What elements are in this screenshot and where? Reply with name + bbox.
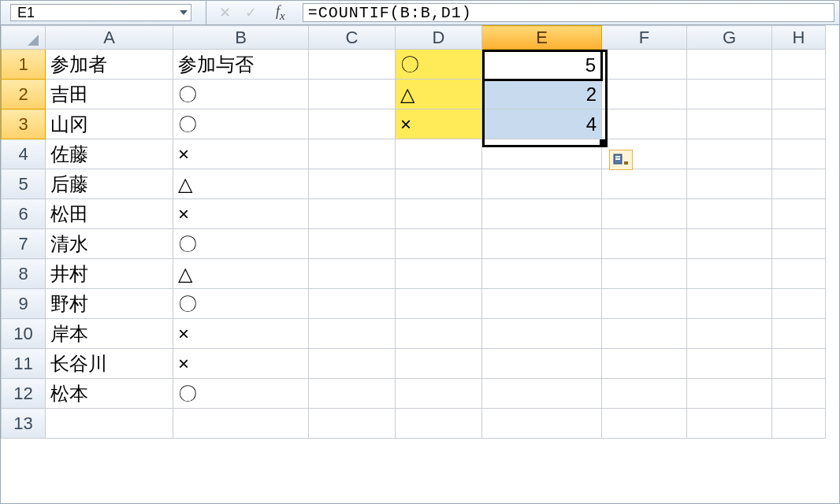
cell-H5[interactable] xyxy=(772,169,826,199)
cell-G6[interactable] xyxy=(687,199,772,229)
cell-A7[interactable]: 清水 xyxy=(46,229,173,259)
cell-E9[interactable] xyxy=(482,289,602,319)
cancel-icon[interactable]: ✕ xyxy=(219,4,231,21)
cell-G2[interactable] xyxy=(687,80,772,109)
grid[interactable]: A B C D E F G H 1参加者参加与否〇52吉田〇△23山冈〇×44佐… xyxy=(1,25,826,439)
cell-F7[interactable] xyxy=(602,229,687,259)
cell-C5[interactable] xyxy=(309,169,396,199)
cell-C4[interactable] xyxy=(309,139,396,169)
cell-G9[interactable] xyxy=(687,289,772,319)
cell-B1[interactable]: 参加与否 xyxy=(173,50,309,80)
cell-B7[interactable]: 〇 xyxy=(173,229,309,259)
cell-B5[interactable]: △ xyxy=(173,169,309,199)
row-header-10[interactable]: 10 xyxy=(2,319,46,349)
cell-A5[interactable]: 后藤 xyxy=(46,169,173,199)
cell-E8[interactable] xyxy=(482,259,602,289)
cell-H12[interactable] xyxy=(772,379,826,409)
row-header-7[interactable]: 7 xyxy=(2,229,46,259)
cell-E12[interactable] xyxy=(482,379,602,409)
autofill-options-button[interactable] xyxy=(609,150,633,170)
cell-H10[interactable] xyxy=(772,319,826,349)
row-header-6[interactable]: 6 xyxy=(2,199,46,229)
cell-H3[interactable] xyxy=(772,109,826,139)
cell-D11[interactable] xyxy=(396,349,482,379)
cell-F1[interactable] xyxy=(602,50,687,80)
row-header-9[interactable]: 9 xyxy=(2,289,46,319)
cell-A13[interactable] xyxy=(46,409,173,439)
fill-handle[interactable] xyxy=(600,139,606,146)
cell-H13[interactable] xyxy=(772,409,826,439)
cell-C13[interactable] xyxy=(309,409,396,439)
cell-G4[interactable] xyxy=(687,139,772,169)
cell-A11[interactable]: 长谷川 xyxy=(46,349,173,379)
col-header-H[interactable]: H xyxy=(772,26,826,50)
cell-A10[interactable]: 岸本 xyxy=(46,319,173,349)
row-header-4[interactable]: 4 xyxy=(2,139,46,169)
cell-B11[interactable]: × xyxy=(173,349,309,379)
select-all-corner[interactable] xyxy=(2,26,46,50)
cell-F2[interactable] xyxy=(602,80,687,109)
sheet-area[interactable]: A B C D E F G H 1参加者参加与否〇52吉田〇△23山冈〇×44佐… xyxy=(1,24,839,503)
cell-C7[interactable] xyxy=(309,229,396,259)
cell-F6[interactable] xyxy=(602,199,687,229)
cell-C11[interactable] xyxy=(309,349,396,379)
cell-H6[interactable] xyxy=(772,199,826,229)
cell-G13[interactable] xyxy=(687,409,772,439)
cell-B8[interactable]: △ xyxy=(173,259,309,289)
cell-E1[interactable]: 5 xyxy=(482,50,602,80)
cell-G7[interactable] xyxy=(687,229,772,259)
cell-F8[interactable] xyxy=(602,259,687,289)
cell-B6[interactable]: × xyxy=(173,199,309,229)
cell-H8[interactable] xyxy=(772,259,826,289)
cell-E6[interactable] xyxy=(482,199,602,229)
formula-input[interactable]: =COUNTIF(B:B,D1) xyxy=(303,3,834,22)
cell-D13[interactable] xyxy=(396,409,482,439)
name-box[interactable]: E1 xyxy=(10,4,191,21)
cell-G10[interactable] xyxy=(687,319,772,349)
row-header-13[interactable]: 13 xyxy=(2,409,46,439)
cell-H1[interactable] xyxy=(772,50,826,80)
cell-H4[interactable] xyxy=(772,139,826,169)
cell-D12[interactable] xyxy=(396,379,482,409)
cell-C8[interactable] xyxy=(309,259,396,289)
name-box-dropdown-icon[interactable] xyxy=(180,10,188,15)
col-header-F[interactable]: F xyxy=(602,26,687,50)
cell-D10[interactable] xyxy=(396,319,482,349)
cell-G8[interactable] xyxy=(687,259,772,289)
cell-A6[interactable]: 松田 xyxy=(46,199,173,229)
cell-D5[interactable] xyxy=(396,169,482,199)
cell-E10[interactable] xyxy=(482,319,602,349)
cell-D4[interactable] xyxy=(396,139,482,169)
row-header-12[interactable]: 12 xyxy=(2,379,46,409)
col-header-A[interactable]: A xyxy=(46,26,173,50)
cell-D3[interactable]: × xyxy=(396,109,482,139)
cell-A12[interactable]: 松本 xyxy=(46,379,173,409)
cell-F11[interactable] xyxy=(602,349,687,379)
cell-D2[interactable]: △ xyxy=(396,80,482,109)
cell-D7[interactable] xyxy=(396,229,482,259)
cell-B2[interactable]: 〇 xyxy=(173,80,309,109)
cell-E5[interactable] xyxy=(482,169,602,199)
cell-F10[interactable] xyxy=(602,319,687,349)
cell-G1[interactable] xyxy=(687,50,772,80)
col-header-B[interactable]: B xyxy=(173,26,309,50)
cell-C3[interactable] xyxy=(309,109,396,139)
row-header-1[interactable]: 1 xyxy=(2,50,46,80)
cell-F3[interactable] xyxy=(602,109,687,139)
cell-F12[interactable] xyxy=(602,379,687,409)
cell-A1[interactable]: 参加者 xyxy=(46,50,173,80)
cell-G12[interactable] xyxy=(687,379,772,409)
cell-D8[interactable] xyxy=(396,259,482,289)
cell-D1[interactable]: 〇 xyxy=(396,50,482,80)
cell-F9[interactable] xyxy=(602,289,687,319)
cell-D6[interactable] xyxy=(396,199,482,229)
cell-B10[interactable]: × xyxy=(173,319,309,349)
cell-B12[interactable]: 〇 xyxy=(173,379,309,409)
cell-F5[interactable] xyxy=(602,169,687,199)
fx-icon[interactable]: fx xyxy=(276,3,285,23)
cell-C10[interactable] xyxy=(309,319,396,349)
cell-B13[interactable] xyxy=(173,409,309,439)
row-header-8[interactable]: 8 xyxy=(2,259,46,289)
row-header-3[interactable]: 3 xyxy=(2,109,46,139)
cell-E13[interactable] xyxy=(482,409,602,439)
